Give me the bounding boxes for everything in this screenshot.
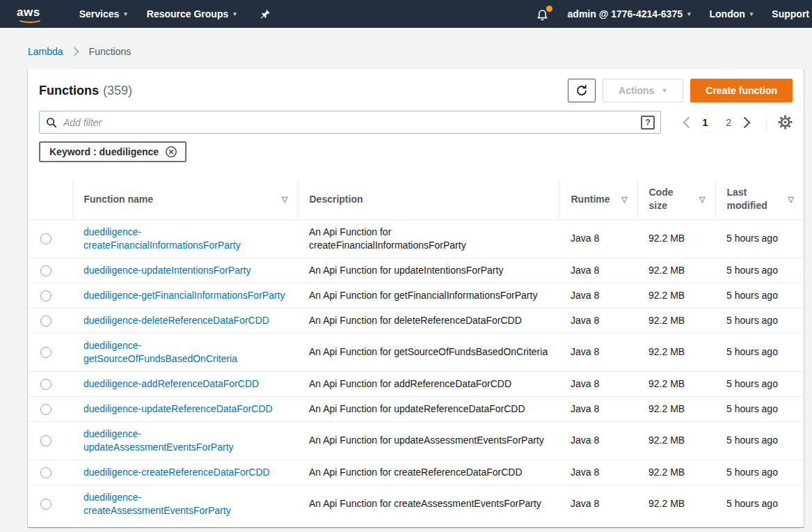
function-name-link[interactable]: duediligence-deleteReferenceDataForCDD [83, 315, 269, 326]
function-code-size: 92.2 MB [637, 258, 715, 283]
function-name-link[interactable]: duediligence-updateAssessmentEventsForPa… [83, 428, 234, 453]
function-code-size: 92.2 MB [637, 396, 715, 421]
actions-button-label: Actions [619, 85, 654, 96]
next-page-icon[interactable] [740, 114, 754, 132]
function-code-size: 92.2 MB [637, 485, 715, 523]
function-last-modified: 5 hours ago [715, 219, 804, 258]
chevron-down-icon: ▼ [661, 87, 667, 94]
chevron-down-icon: ▾ [687, 11, 691, 17]
remove-filter-icon[interactable] [165, 146, 177, 158]
top-nav-right-group: admin @ 1776-4214-6375 ▾ London ▾ Suppor… [536, 8, 812, 21]
page-number-2[interactable]: 2 [726, 117, 731, 128]
sort-icon[interactable]: ▽ [282, 195, 287, 204]
page-number-1[interactable]: 1 [702, 117, 708, 128]
row-select-radio[interactable] [40, 435, 51, 446]
row-select-radio[interactable] [40, 315, 51, 327]
search-icon [40, 111, 63, 133]
actions-button[interactable]: Actions ▼ [603, 79, 683, 102]
row-select-radio[interactable] [40, 467, 51, 478]
function-name-link[interactable]: duediligence-updateReferenceDataForCDD [83, 403, 273, 414]
function-code-size: 92.2 MB [637, 421, 715, 460]
function-description: An Api Function for createAssessmentEven… [298, 485, 559, 523]
table-row: duediligence-updateIntentionsForParty An… [28, 258, 804, 283]
table-row: duediligence-addReferenceDataForCDD An A… [28, 371, 804, 396]
function-name-link[interactable]: duediligence-getFinancialInformationsFor… [83, 290, 285, 301]
table-header-row: Function name ▽ Description Runtime ▽ Co… [28, 180, 804, 219]
aws-logo[interactable]: aws [17, 6, 40, 22]
column-header-function-name[interactable]: Function name ▽ [72, 180, 298, 219]
functions-table-body: duediligence-createFinancialInformations… [28, 219, 804, 523]
nav-services-menu[interactable]: Services ▾ [79, 8, 127, 19]
functions-table: Function name ▽ Description Runtime ▽ Co… [28, 180, 804, 523]
function-last-modified: 5 hours ago [715, 333, 804, 371]
column-header-code-size[interactable]: Code size ▽ [637, 180, 715, 219]
sort-icon[interactable]: ▽ [788, 195, 794, 204]
nav-account-label: admin @ 1776-4214-6375 [568, 8, 683, 19]
function-runtime: Java 8 [559, 485, 637, 523]
table-row: duediligence-getFinancialInformationsFor… [28, 283, 804, 308]
table-row: duediligence-createReferenceDataForCDD A… [28, 460, 804, 485]
function-runtime: Java 8 [559, 219, 637, 258]
previous-page-icon[interactable] [680, 114, 693, 132]
function-description: An Api Function for addReferenceDataForC… [298, 371, 559, 396]
table-row: duediligence-getSourceOfFundsBasedOnCrit… [28, 333, 804, 371]
function-name-link[interactable]: duediligence-createAssessmentEventsForPa… [83, 492, 231, 516]
breadcrumb: Lambda Functions [0, 28, 812, 57]
function-description: An Api Function for getSourceOfFundsBase… [298, 333, 559, 371]
function-runtime: Java 8 [559, 421, 637, 460]
sort-icon[interactable]: ▽ [621, 195, 627, 204]
pagination-divider [766, 114, 767, 132]
row-select-radio[interactable] [40, 347, 51, 358]
pagination: 1 2 [680, 114, 793, 132]
filter-help-icon[interactable]: ? [641, 116, 655, 130]
row-select-radio[interactable] [40, 404, 51, 415]
function-runtime: Java 8 [559, 283, 637, 308]
function-last-modified: 5 hours ago [715, 396, 804, 421]
chevron-right-icon [73, 47, 79, 56]
function-runtime: Java 8 [559, 371, 637, 396]
function-name-link[interactable]: duediligence-createReferenceDataForCDD [83, 467, 270, 478]
create-function-button[interactable]: Create function [690, 79, 793, 102]
sort-icon[interactable]: ▽ [699, 195, 705, 204]
function-last-modified: 5 hours ago [715, 283, 804, 308]
notification-dot [546, 6, 552, 12]
nav-support-menu[interactable]: Support [772, 8, 809, 19]
function-name-link[interactable]: duediligence-addReferenceDataForCDD [83, 378, 259, 389]
chevron-down-icon: ▾ [124, 11, 127, 17]
function-name-link[interactable]: duediligence-updateIntentionsForParty [83, 265, 251, 276]
top-navigation-bar: aws Services ▾ Resource Groups ▾ admin @… [0, 0, 812, 28]
function-runtime: Java 8 [559, 396, 637, 421]
functions-panel-header: Functions (359) Actions ▼ Create functio… [28, 69, 804, 162]
filter-input[interactable] [63, 111, 641, 133]
nav-account-menu[interactable]: admin @ 1776-4214-6375 ▾ [568, 8, 691, 19]
refresh-button[interactable] [568, 79, 596, 102]
function-name-link[interactable]: duediligence-createFinancialInformations… [83, 226, 241, 251]
functions-panel: Functions (359) Actions ▼ Create functio… [28, 69, 804, 527]
function-runtime: Java 8 [559, 258, 637, 283]
table-row: duediligence-updateAssessmentEventsForPa… [28, 421, 804, 460]
table-row: duediligence-createAssessmentEventsForPa… [28, 485, 804, 523]
notifications-bell-icon[interactable] [536, 8, 549, 21]
pushpin-icon[interactable] [259, 8, 271, 20]
refresh-icon [575, 84, 588, 97]
row-select-radio[interactable] [40, 379, 51, 390]
column-header-last-modified[interactable]: Last modified ▽ [715, 180, 804, 219]
gear-icon[interactable] [778, 115, 793, 130]
table-row: duediligence-createFinancialInformations… [28, 219, 804, 258]
row-select-radio[interactable] [40, 265, 51, 276]
function-last-modified: 5 hours ago [715, 308, 804, 333]
function-last-modified: 5 hours ago [715, 421, 804, 460]
nav-resource-groups-menu[interactable]: Resource Groups ▾ [147, 8, 237, 19]
breadcrumb-lambda-link[interactable]: Lambda [28, 46, 63, 57]
row-select-radio[interactable] [40, 499, 51, 510]
function-name-link[interactable]: duediligence-getSourceOfFundsBasedOnCrit… [83, 340, 237, 364]
column-header-runtime[interactable]: Runtime ▽ [559, 180, 637, 219]
function-runtime: Java 8 [559, 308, 637, 333]
row-select-radio[interactable] [40, 233, 51, 244]
breadcrumb-functions: Functions [89, 46, 132, 57]
chevron-down-icon: ▾ [750, 11, 754, 17]
function-last-modified: 5 hours ago [715, 485, 804, 523]
function-code-size: 92.2 MB [637, 460, 715, 485]
row-select-radio[interactable] [40, 290, 51, 302]
nav-region-menu[interactable]: London ▾ [710, 8, 754, 19]
